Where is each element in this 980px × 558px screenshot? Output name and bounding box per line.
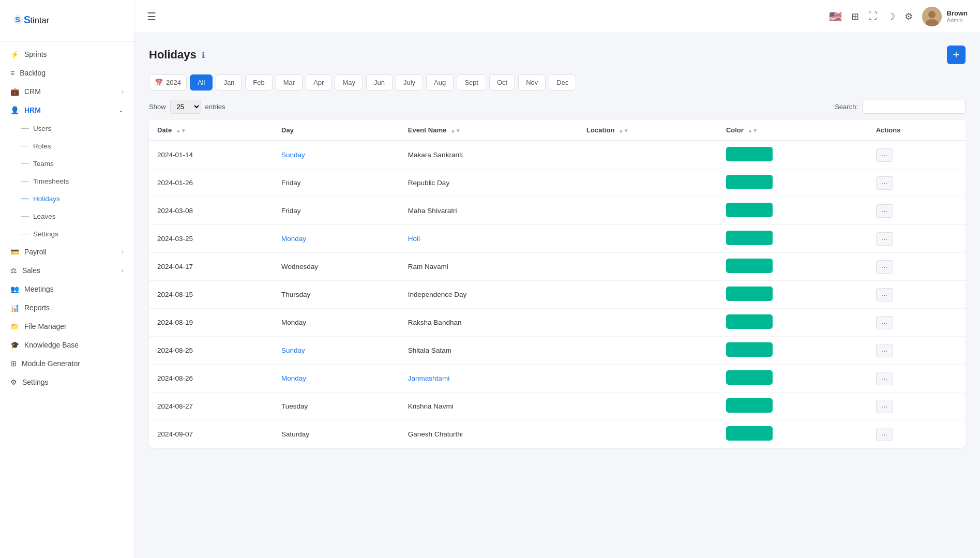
month-filter-jun[interactable]: Jun [366,74,393,91]
sidebar-item-teams[interactable]: — Teams [0,155,134,172]
sidebar-item-roles[interactable]: — Roles [0,137,134,155]
sidebar-item-holidays[interactable]: — Holidays [0,190,134,207]
sidebar-item-payroll[interactable]: 💳 Payroll › [0,243,134,261]
month-filter-aug[interactable]: Aug [426,74,454,91]
sidebar-item-knowledge-base[interactable]: 🎓 Knowledge Base [0,336,134,354]
sidebar-item-file-manager[interactable]: 📁 File Manager [0,317,134,336]
sidebar-item-reports[interactable]: 📊 Reports [0,298,134,317]
color-swatch [726,342,773,357]
settings-gear-icon[interactable]: ⚙ [904,11,913,22]
actions-menu-button[interactable]: ··· [876,232,894,246]
cell-event-name: Ganesh Chaturthi [400,420,578,448]
cell-color [718,309,868,337]
avatar [922,7,942,26]
dash-icon: — [21,212,29,221]
cell-date: 2024-04-17 [149,253,273,281]
payroll-icon: 💳 [10,248,19,256]
sidebar-item-backlog[interactable]: ≡ Backlog [0,64,134,82]
cell-actions: ··· [868,169,966,197]
sidebar-item-sales[interactable]: ⚖ Sales › [0,261,134,280]
month-filter-sep[interactable]: Sept [457,74,486,91]
dash-icon: — [21,176,29,186]
cell-day[interactable]: Monday [273,225,400,253]
topbar: ☰ 🇺🇸 ⊞ ⛶ ☽ ⚙ Brown Admin [134,0,980,33]
dash-icon: — [21,124,29,133]
month-filter-jan[interactable]: Jan [216,74,242,91]
actions-menu-button[interactable]: ··· [876,316,894,329]
col-day: Day [273,120,400,141]
month-filter-feb[interactable]: Feb [245,74,272,91]
user-profile[interactable]: Brown Admin [922,7,968,26]
cell-day: Friday [273,169,400,197]
col-date[interactable]: Date ▲▼ [149,120,273,141]
svg-text:S: S [24,14,31,25]
sidebar-item-meetings[interactable]: 👥 Meetings [0,280,134,298]
cell-color [718,141,868,169]
cell-day[interactable]: Sunday [273,141,400,169]
month-filter-dec[interactable]: Dec [549,74,576,91]
month-filter-nov[interactable]: Nov [518,74,546,91]
cell-date: 2024-09-07 [149,420,273,448]
month-filter-oct[interactable]: Oct [489,74,515,91]
date-picker-button[interactable]: 📅 2024 [149,74,187,91]
flag-icon[interactable]: 🇺🇸 [829,10,842,23]
sidebar-item-module-generator[interactable]: ⊞ Module Generator [0,354,134,373]
color-swatch [726,426,773,441]
sidebar-item-leaves[interactable]: — Leaves [0,207,134,225]
actions-menu-button[interactable]: ··· [876,176,894,190]
sidebar-item-hrm[interactable]: 👤 HRM ⌄ [0,101,134,119]
sidebar-item-hrm-settings[interactable]: — Settings [0,225,134,243]
actions-menu-button[interactable]: ··· [876,204,894,218]
cell-day[interactable]: Monday [273,365,400,393]
cell-location [578,281,718,309]
sidebar-item-crm[interactable]: 💼 CRM › [0,82,134,101]
col-event-name[interactable]: Event Name ▲▼ [400,120,578,141]
grid-icon[interactable]: ⊞ [851,11,859,22]
sort-icon: ▲▼ [747,128,758,133]
actions-menu-button[interactable]: ··· [876,428,894,441]
actions-menu-button[interactable]: ··· [876,372,894,385]
hamburger-menu-icon[interactable]: ☰ [147,10,156,23]
cell-event-name[interactable]: Holi [400,225,578,253]
settings-icon: ⚙ [10,378,17,386]
dark-mode-icon[interactable]: ☽ [887,11,895,22]
cell-event-name[interactable]: Janmashtami [400,365,578,393]
cell-date: 2024-03-25 [149,225,273,253]
sidebar-nav: ⚡ Sprints ≡ Backlog 💼 CRM › 👤 HRM ⌄ — Us… [0,42,134,395]
table-controls: Show 25 10 50 100 entries Search: [149,100,966,114]
sidebar-item-timesheets[interactable]: — Timesheets [0,172,134,190]
search-input[interactable] [862,100,966,114]
actions-menu-button[interactable]: ··· [876,260,894,274]
actions-menu-button[interactable]: ··· [876,148,894,162]
cell-location [578,253,718,281]
actions-menu-button[interactable]: ··· [876,288,894,301]
table-row: 2024-01-26 Friday Republic Day ··· [149,169,966,197]
month-filter-may[interactable]: May [335,74,363,91]
actions-menu-button[interactable]: ··· [876,344,894,357]
sidebar-item-users[interactable]: — Users [0,119,134,137]
sidebar-item-sprints[interactable]: ⚡ Sprints [0,45,134,64]
cell-color [718,169,868,197]
month-filter-mar[interactable]: Mar [276,74,303,91]
entries-select[interactable]: 25 10 50 100 [170,100,201,114]
cell-date: 2024-08-25 [149,337,273,365]
fullscreen-icon[interactable]: ⛶ [868,11,878,22]
col-location[interactable]: Location ▲▼ [578,120,718,141]
add-holiday-button[interactable]: + [947,46,966,64]
month-filter-jul[interactable]: July [396,74,423,91]
info-icon[interactable]: ℹ [202,50,205,60]
cell-day: Thursday [273,281,400,309]
month-filter-apr[interactable]: Apr [306,74,331,91]
cell-actions: ··· [868,393,966,420]
month-filter-all[interactable]: All [190,74,213,91]
col-color[interactable]: Color ▲▼ [718,120,868,141]
sales-icon: ⚖ [10,266,17,275]
sidebar-sub-label: Timesheets [33,177,69,185]
actions-menu-button[interactable]: ··· [876,400,894,413]
sidebar-item-settings[interactable]: ⚙ Settings [0,373,134,391]
cell-day: Monday [273,309,400,337]
cell-event-name: Ram Navami [400,253,578,281]
cell-color [718,365,868,393]
cell-day[interactable]: Sunday [273,337,400,365]
sidebar-item-label: Payroll [24,248,47,256]
